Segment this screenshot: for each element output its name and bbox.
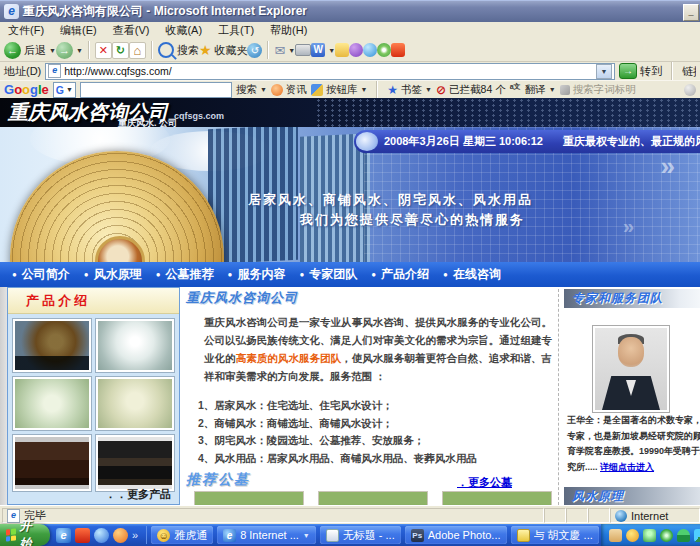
clover-tray-icon[interactable] <box>660 529 673 542</box>
popup-blocker-button[interactable]: ⊘ 已拦截84 个 <box>436 83 506 97</box>
cemetery-photo[interactable] <box>318 491 428 505</box>
squares-tray-icon[interactable] <box>694 529 700 542</box>
main-column: 重庆风水咨询公司 重庆风水咨询公司是一家专业从事风水咨询、提供风水服务的专业化公… <box>186 287 554 505</box>
discuss-button[interactable] <box>335 43 349 57</box>
smiley-tray-icon[interactable] <box>626 529 639 542</box>
expert-detail-link[interactable]: 详细点击进入 <box>600 462 654 472</box>
google-search-button[interactable]: 搜索 ▼ <box>236 83 267 97</box>
nav-label: 风水原理 <box>94 266 142 283</box>
page-icon: e <box>48 64 61 78</box>
status-pane <box>566 508 588 523</box>
expert-photo[interactable] <box>592 325 670 413</box>
nav-item-principles[interactable]: ●风水原理 <box>84 266 142 283</box>
security-zone-pane: Internet <box>610 508 700 523</box>
more-products-link[interactable]: ．．更多产品 <box>105 487 171 502</box>
settings-icon[interactable] <box>684 84 696 96</box>
links-label[interactable]: 链接 <box>682 64 696 79</box>
jade-carving-photo <box>15 379 89 428</box>
highlight-button[interactable]: 搜索字词标明 <box>560 83 636 97</box>
nav-item-online[interactable]: ●在线咨询 <box>443 266 501 283</box>
experts-header: 专家和服务团队 <box>564 289 700 308</box>
button-gallery-dropdown-icon[interactable]: ▼ <box>360 86 367 93</box>
google-button-gallery[interactable]: 按钮库 ▼ <box>311 83 367 97</box>
mail-dropdown-icon[interactable]: ▼ <box>288 47 295 54</box>
quicklaunch-overflow-chevron[interactable]: » <box>132 529 138 541</box>
nav-item-cemeteries[interactable]: ●公墓推荐 <box>156 266 214 283</box>
go-button[interactable]: → 转到 <box>619 63 662 79</box>
ie-quicklaunch-icon[interactable]: e <box>56 528 71 543</box>
task-yahoo-messenger[interactable]: ☺ 雅虎通 <box>151 526 213 544</box>
translate-button[interactable]: a文 翻译 ▼ <box>510 83 556 97</box>
favorites-button[interactable]: ★ 收藏夹 <box>199 42 248 58</box>
umbrella-tray-icon[interactable] <box>677 529 690 542</box>
task-untitled[interactable]: 无标题 - ... <box>320 526 401 544</box>
task-ie-group[interactable]: e 8 Internet ... ▼ <box>217 526 316 544</box>
translate-label: 翻译 <box>525 83 546 97</box>
translate-dropdown-icon[interactable]: ▼ <box>549 86 556 93</box>
flower-plugin-button[interactable] <box>377 43 391 57</box>
stop-button[interactable]: ✕ <box>95 42 112 59</box>
chevrons-decor: » <box>623 215 634 238</box>
google-search-input[interactable] <box>80 82 232 98</box>
messenger-button[interactable] <box>349 43 363 57</box>
google-news-button[interactable]: 资讯 <box>271 83 307 97</box>
product-image-crystal[interactable] <box>95 318 175 373</box>
product-image-jade-casket[interactable] <box>95 376 175 431</box>
task-photoshop[interactable]: Ps Adobe Photo... <box>405 526 507 544</box>
google-g-icon: G <box>56 84 64 96</box>
product-image-jade-carving[interactable] <box>12 376 92 431</box>
bullet-icon: ● <box>371 270 376 279</box>
search-button[interactable]: 搜索 <box>158 42 199 58</box>
forward-button[interactable]: → ▼ <box>56 42 83 59</box>
menu-favorites[interactable]: 收藏(A) <box>157 23 210 38</box>
start-label: 开始 <box>20 518 36 546</box>
cemetery-photo[interactable] <box>194 491 304 505</box>
menu-help[interactable]: 帮助(H) <box>262 23 315 38</box>
history-button[interactable]: ↺ <box>247 43 262 58</box>
nav-item-company[interactable]: ●公司简介 <box>12 266 70 283</box>
hand-tray-icon[interactable] <box>609 529 622 542</box>
search-icon <box>158 42 174 58</box>
product-image-deer[interactable] <box>12 318 92 373</box>
task-chat[interactable]: 与 胡文慶 ... <box>511 526 599 544</box>
user-tray-icon[interactable] <box>643 529 656 542</box>
menu-tools[interactable]: 工具(T) <box>210 23 262 38</box>
back-button[interactable]: ← 后退 ▼ <box>4 42 56 59</box>
menu-file[interactable]: 文件(F) <box>0 23 52 38</box>
nav-item-products[interactable]: ●产品介绍 <box>371 266 429 283</box>
print-button[interactable] <box>295 44 311 56</box>
edit-button[interactable]: W ▼ <box>311 43 335 57</box>
product-image-lacquer-urn[interactable] <box>95 434 175 492</box>
menu-view[interactable]: 查看(V) <box>105 23 158 38</box>
address-label: 地址(D) <box>4 64 41 79</box>
home-button[interactable]: ⌂ <box>129 42 146 59</box>
bookmarks-dropdown-icon[interactable]: ▼ <box>425 86 432 93</box>
refresh-button[interactable]: ↻ <box>112 42 129 59</box>
more-cemeteries-link[interactable]: ．更多公墓 <box>457 475 512 490</box>
thunder-button[interactable] <box>391 43 405 57</box>
google-bookmarks-button[interactable]: ★ 书签 ▼ <box>387 83 432 97</box>
logo-dots-texture <box>315 98 700 127</box>
messenger-quicklaunch-icon[interactable] <box>94 528 109 543</box>
thunder-quicklaunch-icon[interactable] <box>75 528 90 543</box>
lacquer-urn-photo <box>98 437 172 489</box>
product-image-wooden-urn[interactable] <box>12 434 92 492</box>
edit-dropdown-icon[interactable]: ▼ <box>328 47 335 54</box>
back-dropdown-icon[interactable]: ▼ <box>49 47 56 54</box>
mail-button[interactable]: ✉ ▼ <box>274 43 295 58</box>
firefox-quicklaunch-icon[interactable] <box>113 528 128 543</box>
address-input[interactable]: e http://www.cqfsgs.com/ ▼ <box>45 63 615 80</box>
cemetery-photo[interactable] <box>442 491 552 505</box>
nav-item-services[interactable]: ●服务内容 <box>228 266 286 283</box>
forward-dropdown-icon[interactable]: ▼ <box>76 47 83 54</box>
favorites-label: 收藏夹 <box>214 43 247 58</box>
nav-item-experts[interactable]: ●专家团队 <box>299 266 357 283</box>
google-menu-button[interactable]: G ▼ <box>53 82 76 98</box>
menu-edit[interactable]: 编辑(E) <box>52 23 105 38</box>
start-button[interactable]: 开始 <box>0 524 50 546</box>
google-search-dropdown-icon[interactable]: ▼ <box>260 86 267 93</box>
minimize-button[interactable]: _ <box>683 4 699 21</box>
qq-button[interactable] <box>363 43 377 57</box>
address-dropdown-icon[interactable]: ▼ <box>596 64 612 79</box>
status-bar: e 完毕 Internet <box>0 505 700 525</box>
